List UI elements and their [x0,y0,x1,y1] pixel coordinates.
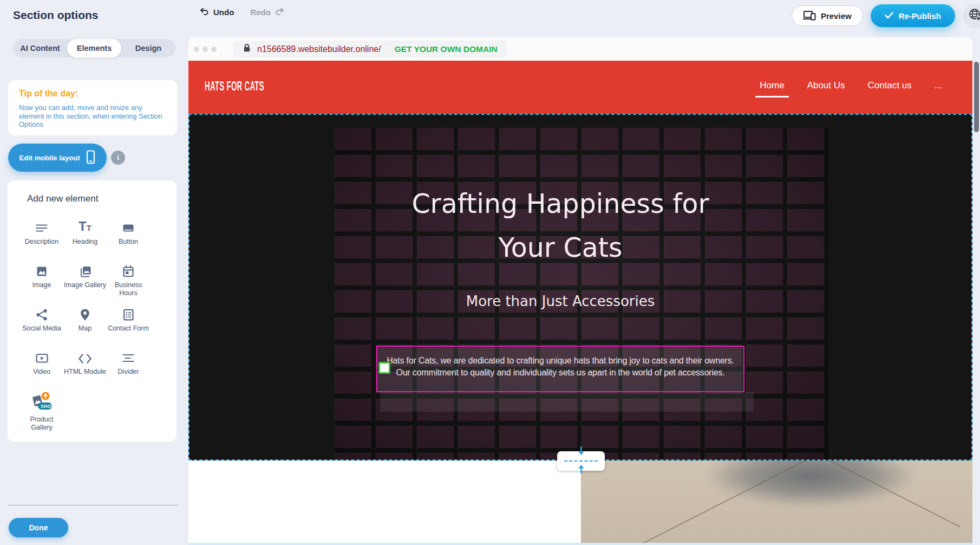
undo-button[interactable]: Undo [199,8,234,17]
element-drag-handle[interactable] [378,362,390,374]
add-element-button[interactable]: Button [107,218,150,262]
panel-tabs: AI Content Elements Design [13,39,175,57]
cat-shadow [705,460,917,507]
element-hover-highlight [380,392,754,412]
sidebar-divider [8,505,179,505]
code-brackets-icon [78,348,92,365]
contact-form-icon [122,305,135,321]
description-lines-icon [35,218,48,235]
mobile-phone-icon [86,150,95,166]
hero-section-selected[interactable]: Crafting Happiness for Your Cats More th… [188,114,972,460]
hero-heading[interactable]: Crafting Happiness for Your Cats [411,182,709,270]
done-button[interactable]: Done [9,518,68,537]
browser-bar: n1566589.websitebuilder.online/ GET YOUR… [188,37,972,61]
app-window: Section options Undo Redo [0,0,980,545]
tip-body: Now you can add, move and resize any ele… [19,103,166,129]
calendar-icon [122,262,135,278]
nav-about-us[interactable]: About Us [803,77,850,98]
check-icon [885,11,893,21]
history-controls: Undo Redo [199,8,285,17]
undo-icon [199,8,209,17]
republish-button[interactable]: Re-Publish [871,4,955,27]
nav-more-options[interactable]: ... [930,77,946,98]
heading-icon: TT [79,218,92,235]
add-element-image[interactable]: Image [20,262,63,305]
arrow-up-icon [578,463,585,476]
shop-badge: SHOP [41,404,53,409]
redo-label: Redo [250,8,271,17]
element-grid: Description TT Heading Button [20,218,177,435]
topbar-actions: Preview Re-Publish [792,0,980,31]
site-url: n1566589.websitebuilder.online/ [257,44,381,54]
section-edge-highlight [188,543,972,545]
nav-contact-us[interactable]: Contact us [864,77,916,98]
preview-scrollbar[interactable] [974,62,979,132]
undo-label: Undo [213,8,234,17]
redo-button[interactable]: Redo [250,8,285,17]
add-element-social-media[interactable]: Social Media [20,305,63,348]
tab-ai-content[interactable]: AI Content [13,39,67,57]
next-section-blank[interactable] [188,460,581,545]
get-domain-link[interactable]: GET YOUR OWN DOMAIN [395,44,498,54]
preview-label: Preview [821,11,852,21]
nav-home[interactable]: Home [755,77,788,98]
add-element-business-hours[interactable]: Business Hours [107,262,150,305]
add-element-video[interactable]: Video [20,348,63,392]
browser-dot [194,47,199,52]
section-resize-handle[interactable] [557,451,605,471]
add-element-image-gallery[interactable]: Image Gallery [63,262,107,305]
video-play-icon [35,348,49,365]
selected-text-element[interactable]: Hats for Cats, we are dedicated to craft… [376,346,744,392]
edit-mobile-layout-button[interactable]: Edit mobile layout [8,144,107,172]
hero-paragraph[interactable]: Hats for Cats, we are dedicated to craft… [377,355,743,379]
resize-dashed-line [564,460,598,462]
info-icon[interactable]: i [111,151,125,165]
devices-icon [803,10,816,22]
browser-dot [211,47,217,52]
globe-icon [968,8,980,24]
add-element-heading[interactable]: TT Heading [63,218,107,262]
republish-label: Re-Publish [899,11,941,21]
browser-dot [202,47,208,52]
map-pin-icon [79,305,92,321]
add-element-description[interactable]: Description [20,218,63,262]
add-element-divider[interactable]: Divider [107,348,150,392]
add-element-html-module[interactable]: HTML Module [63,348,107,392]
divider-lines-icon [122,348,135,365]
add-element-map[interactable]: Map [63,305,107,348]
preview-button[interactable]: Preview [792,5,863,26]
tip-of-the-day-card: Tip of the day: Now you can add, move an… [8,80,177,135]
share-nodes-icon [35,305,48,321]
site-logo[interactable]: HATS FOR CATS [205,79,264,94]
language-globe-button[interactable] [963,3,980,28]
arrow-down-icon [578,446,585,459]
tip-title: Tip of the day: [19,89,166,99]
edit-mobile-label: Edit mobile layout [19,154,80,162]
add-element-card: Add new element Description TT Heading [8,180,177,442]
page-title: Section options [13,9,99,22]
section-options-panel: AI Content Elements Design Tip of the da… [0,31,188,545]
tab-design[interactable]: Design [121,39,175,57]
site-nav: Home About Us Contact us ... [755,61,946,114]
editor-canvas: n1566589.websitebuilder.online/ GET YOUR… [188,31,980,545]
product-gallery-icon: SHOP [30,392,53,412]
image-gallery-icon [78,262,92,278]
add-element-title: Add new element [27,193,177,204]
tab-elements[interactable]: Elements [67,39,121,57]
floor-photo[interactable] [581,460,972,545]
redo-icon [275,8,285,17]
add-element-contact-form[interactable]: Contact Form [107,305,150,348]
lock-icon [243,43,251,55]
button-icon [122,218,135,235]
add-element-product-gallery[interactable]: SHOP Product Gallery [20,392,63,435]
site-header[interactable]: HATS FOR CATS Home About Us Contact us .… [188,61,972,114]
image-icon [35,262,48,278]
hero-subheading[interactable]: More than Just Accessories [466,293,655,309]
address-bar[interactable]: n1566589.websitebuilder.online/ GET YOUR… [233,41,507,57]
